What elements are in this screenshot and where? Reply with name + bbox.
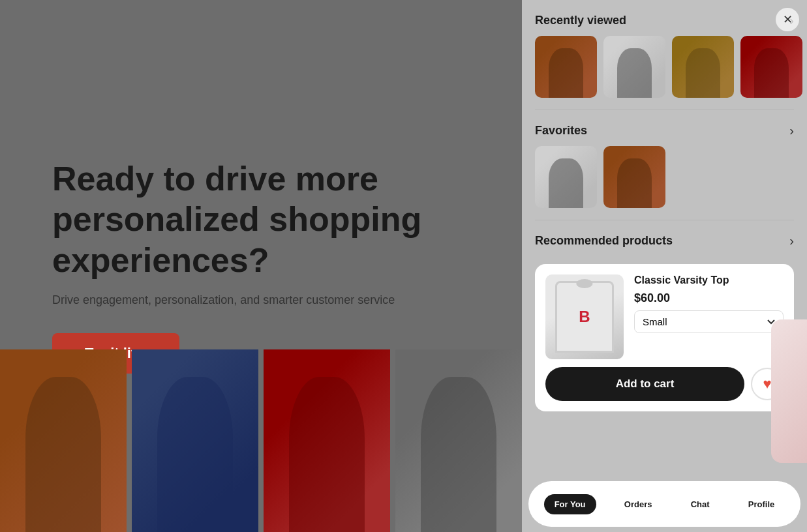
product-strip-item-4[interactable]: [395, 349, 522, 532]
heart-icon: ♥: [763, 376, 771, 392]
recommended-arrow[interactable]: ›: [789, 233, 794, 248]
add-to-cart-row: Add to cart ♥: [545, 367, 784, 401]
nav-chat-label: Chat: [691, 499, 710, 509]
bottom-nav: For You Orders Chat Profile: [528, 481, 800, 527]
product-name: Classic Varsity Top: [634, 274, 784, 286]
favorites-title: Favorites: [535, 124, 587, 138]
nav-orders[interactable]: Orders: [614, 494, 663, 514]
recently-viewed-item-2[interactable]: [603, 36, 665, 98]
favorite-item-2[interactable]: [603, 146, 665, 208]
product-strip-item-1[interactable]: [0, 349, 127, 532]
product-card-top: B Classic Varsity Top $60.00 Small Mediu…: [545, 274, 784, 359]
nav-for-you-label: For You: [555, 499, 586, 509]
close-icon: ✕: [783, 12, 793, 27]
add-to-cart-button[interactable]: Add to cart: [545, 367, 744, 401]
recommended-header: Recommended products ›: [522, 220, 807, 256]
product-price: $60.00: [634, 291, 784, 305]
favorites-arrow[interactable]: ›: [789, 123, 794, 138]
recently-viewed-item-1[interactable]: [535, 36, 597, 98]
size-select[interactable]: Small Medium Large XL: [634, 310, 784, 333]
recently-viewed-item-3[interactable]: [672, 36, 734, 98]
favorite-item-1[interactable]: [535, 146, 597, 208]
product-image: B: [545, 274, 624, 359]
close-button[interactable]: ✕: [776, 8, 799, 31]
product-info: Classic Varsity Top $60.00 Small Medium …: [634, 274, 784, 333]
recently-viewed-row: [522, 36, 807, 110]
hero-subtitle: Drive engagement, personalization, and s…: [52, 293, 395, 307]
hero-title: Ready to drive more personalized shoppin…: [52, 158, 470, 280]
nav-chat[interactable]: Chat: [680, 494, 720, 514]
arrow-right-icon-fav: ›: [789, 123, 794, 138]
recommended-title: Recommended products: [535, 234, 673, 248]
favorites-row: [522, 146, 807, 220]
nav-orders-label: Orders: [624, 499, 652, 509]
nav-profile[interactable]: Profile: [738, 494, 785, 514]
nav-for-you[interactable]: For You: [544, 494, 596, 514]
next-card-preview: [771, 319, 807, 463]
recently-viewed-item-4[interactable]: [740, 36, 802, 98]
recently-viewed-header: Recently viewed ›: [522, 0, 807, 36]
right-panel: ✕ Recently viewed › Favorites ›: [522, 0, 807, 532]
recently-viewed-title: Recently viewed: [535, 14, 626, 27]
favorites-header: Favorites ›: [522, 110, 807, 146]
product-strip: [0, 349, 522, 532]
arrow-right-icon-rec: ›: [789, 233, 794, 248]
product-card: B Classic Varsity Top $60.00 Small Mediu…: [535, 264, 794, 411]
product-strip-item-3[interactable]: [264, 349, 390, 532]
product-strip-item-2[interactable]: [132, 349, 258, 532]
nav-profile-label: Profile: [748, 499, 774, 509]
